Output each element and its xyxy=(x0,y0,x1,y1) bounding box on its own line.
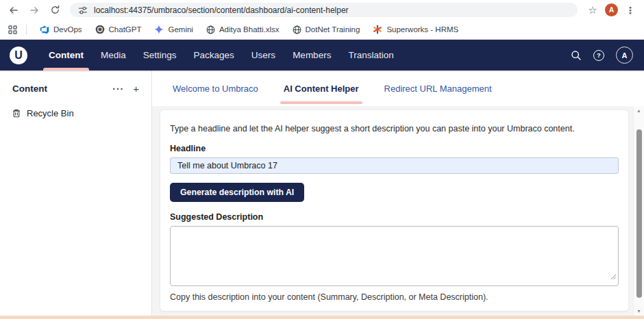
browser-window: localhost:44375/umbraco/section/content/… xyxy=(0,0,644,319)
scroll-down-icon[interactable]: ▼ xyxy=(634,309,644,314)
ai-helper-card: Type a headline and let the AI helper su… xyxy=(160,110,629,311)
forward-icon[interactable] xyxy=(26,3,42,18)
search-icon[interactable] xyxy=(571,50,582,61)
active-section-underline xyxy=(43,68,89,71)
copy-note-text: Copy this description into your content … xyxy=(170,292,619,302)
dashboard-scroll-area: Type a headline and let the AI helper su… xyxy=(152,106,644,316)
trash-icon xyxy=(12,109,21,118)
devops-icon xyxy=(40,25,49,34)
reload-icon[interactable] xyxy=(47,3,63,18)
content-tree-sidebar: Content ··· + Recycle Bin xyxy=(0,71,152,316)
url-text: localhost:44375/umbraco/section/content/… xyxy=(94,5,349,15)
generate-description-button[interactable]: Generate description with AI xyxy=(170,183,304,202)
bookmarks-bar: DevOps ChatGPT Gemini Aditya Bhatti.xlsx… xyxy=(0,20,644,40)
browser-menu-icon[interactable]: ⋮ xyxy=(622,3,639,18)
nav-item-translation[interactable]: Translation xyxy=(342,40,399,71)
bookmark-chatgpt[interactable]: ChatGPT xyxy=(95,25,142,34)
nav-item-settings[interactable]: Settings xyxy=(137,40,183,71)
help-icon[interactable]: ? xyxy=(593,50,604,61)
nav-item-media[interactable]: Media xyxy=(95,40,132,71)
headline-label: Headline xyxy=(170,144,619,153)
suggested-description-textarea[interactable] xyxy=(170,226,619,286)
globe-icon xyxy=(206,25,215,34)
vertical-scrollbar[interactable]: ▲ ▼ xyxy=(633,106,644,316)
bookmark-aditya-bhatti-xlsx[interactable]: Aditya Bhatti.xlsx xyxy=(206,25,280,34)
gemini-icon xyxy=(154,25,164,34)
suggested-description-label: Suggested Description xyxy=(170,212,619,222)
intro-text: Type a headline and let the AI helper su… xyxy=(170,124,619,133)
scrollbar-thumb[interactable] xyxy=(636,129,642,298)
sidebar-item-recycle-bin[interactable]: Recycle Bin xyxy=(0,101,151,126)
bottom-accent-bar xyxy=(0,316,644,319)
user-avatar[interactable]: A xyxy=(616,47,633,64)
nav-item-members[interactable]: Members xyxy=(286,40,337,71)
headline-input[interactable] xyxy=(170,157,619,174)
umbraco-top-nav: U Content Media Settings Packages Users … xyxy=(0,40,644,71)
add-content-icon[interactable]: + xyxy=(133,84,139,94)
sidebar-item-label: Recycle Bin xyxy=(27,108,74,118)
browser-toolbar: localhost:44375/umbraco/section/content/… xyxy=(0,0,644,20)
globe-icon xyxy=(293,25,301,34)
bookmark-superworks-hrms[interactable]: Superworks - HRMS xyxy=(373,25,458,34)
bookmark-dotnet-training[interactable]: DotNet Training xyxy=(293,25,360,34)
dashboard-tabs: Welcome to Umbraco AI Content Helper Red… xyxy=(152,71,644,106)
scroll-up-icon[interactable]: ▲ xyxy=(634,108,644,113)
chatgpt-icon xyxy=(95,25,105,34)
apps-grid-icon[interactable] xyxy=(8,25,17,34)
nav-item-packages[interactable]: Packages xyxy=(188,40,240,71)
dashboard-main: Welcome to Umbraco AI Content Helper Red… xyxy=(152,71,644,316)
back-icon[interactable] xyxy=(5,3,22,18)
active-tab-underline xyxy=(280,101,362,104)
bookmark-gemini[interactable]: Gemini xyxy=(154,25,193,34)
umbraco-logo[interactable]: U xyxy=(10,47,27,64)
section-menu: Content Media Settings Packages Users Me… xyxy=(42,40,405,71)
superworks-icon xyxy=(373,25,382,34)
site-settings-icon[interactable] xyxy=(78,5,88,15)
more-options-icon[interactable]: ··· xyxy=(112,84,124,94)
sidebar-header: Content ··· + xyxy=(0,71,151,101)
nav-item-users[interactable]: Users xyxy=(245,40,282,71)
tab-ai-content-helper[interactable]: AI Content Helper xyxy=(284,71,359,106)
tab-welcome-to-umbraco[interactable]: Welcome to Umbraco xyxy=(173,71,258,106)
nav-right-actions: ? A xyxy=(571,40,636,71)
bookmark-star-icon[interactable]: ☆ xyxy=(584,3,601,18)
browser-profile-avatar[interactable]: A xyxy=(605,3,618,16)
app-body: Content ··· + Recycle Bin Welcome to Umb… xyxy=(0,71,644,316)
address-bar[interactable]: localhost:44375/umbraco/section/content/… xyxy=(70,3,578,17)
nav-item-content[interactable]: Content xyxy=(42,40,90,71)
bookmark-devops[interactable]: DevOps xyxy=(40,25,82,34)
sidebar-title: Content xyxy=(12,84,47,94)
bookmarks-divider xyxy=(26,25,27,35)
tab-redirect-url-management[interactable]: Redirect URL Management xyxy=(384,71,492,106)
